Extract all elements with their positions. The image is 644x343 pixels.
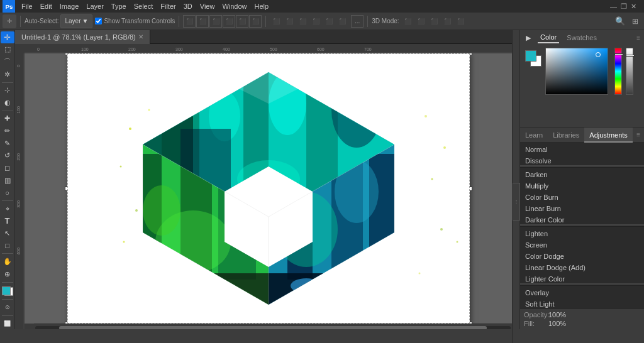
panel-layout-icon[interactable]: ⊞ xyxy=(629,15,641,28)
menu-edit[interactable]: Edit xyxy=(36,0,56,13)
tool-healing[interactable]: ✚ xyxy=(1,113,14,125)
fg-bg-swatches[interactable] xyxy=(525,50,541,67)
menu-select[interactable]: Select xyxy=(130,0,157,13)
3d-icon4[interactable]: ⬛ xyxy=(441,15,454,28)
tool-move[interactable]: ✛ xyxy=(1,31,14,43)
h-scrollbar-track[interactable] xyxy=(35,326,511,330)
blend-dissolve[interactable]: Dissolve xyxy=(520,154,644,165)
h-scrollbar-thumb[interactable] xyxy=(59,326,487,330)
adjustments-tab[interactable]: Adjustments xyxy=(584,128,633,143)
foreground-background-colors[interactable] xyxy=(1,285,14,297)
tool-gradient[interactable]: ▥ xyxy=(1,175,14,187)
tool-path-select[interactable]: ↖ xyxy=(1,227,14,239)
blend-color-dodge[interactable]: Color Dodge xyxy=(520,249,644,261)
horizontal-scrollbar[interactable] xyxy=(34,324,512,329)
libraries-tab[interactable]: Libraries xyxy=(548,128,584,143)
blend-linear-dodge[interactable]: Linear Dodge (Add) xyxy=(520,261,644,272)
align-top-icon[interactable]: ⬛ xyxy=(223,15,235,28)
auto-select-dropdown[interactable]: Layer ▼ xyxy=(60,14,92,28)
3d-icon5[interactable]: ⬛ xyxy=(455,15,467,28)
maximize-btn[interactable]: ❒ xyxy=(621,3,627,11)
dist2-icon[interactable]: ⬛ xyxy=(283,15,296,28)
adj-panel-menu-icon[interactable]: ≡ xyxy=(633,131,644,138)
3d-icon3[interactable]: ⬛ xyxy=(428,15,441,28)
menu-window[interactable]: Window xyxy=(218,0,250,13)
dist3-icon[interactable]: ⬛ xyxy=(296,15,309,28)
opacity-strip[interactable] xyxy=(626,48,633,95)
tool-quickmask[interactable]: ⊙ xyxy=(1,302,14,313)
blend-mode-list[interactable]: Normal Dissolve Darken Multiply Color Bu… xyxy=(520,143,644,308)
menu-filter[interactable]: Filter xyxy=(157,0,179,13)
color-picker-handle[interactable] xyxy=(596,52,601,57)
menu-help[interactable]: Help xyxy=(251,0,273,13)
3d-icon2[interactable]: ⬛ xyxy=(415,15,428,28)
tool-crop[interactable]: ⊹ xyxy=(1,84,14,96)
hue-strip[interactable] xyxy=(614,48,622,95)
dist4-icon[interactable]: ⬛ xyxy=(309,15,322,28)
blend-linear-burn[interactable]: Linear Burn xyxy=(520,202,644,213)
tool-shape[interactable]: □ xyxy=(1,240,14,252)
tab-close-btn[interactable]: ✕ xyxy=(138,33,143,40)
tool-lasso[interactable]: ⌒ xyxy=(1,56,14,68)
tool-eyedropper[interactable]: ◐ xyxy=(1,97,14,109)
align-left-icon[interactable]: ⬛ xyxy=(183,15,196,28)
tool-eraser[interactable]: ◻ xyxy=(1,162,14,174)
blend-darken[interactable]: Darken xyxy=(520,168,644,179)
swatches-tab[interactable]: Swatches xyxy=(564,33,599,43)
hue-strip-handle[interactable] xyxy=(614,53,623,55)
tool-marquee[interactable]: ⬚ xyxy=(1,44,14,56)
blend-overlay[interactable]: Overlay xyxy=(520,286,644,297)
color-gradient-container[interactable] xyxy=(545,48,608,96)
blend-color-burn[interactable]: Color Burn xyxy=(520,190,644,202)
menu-layer[interactable]: Layer xyxy=(82,0,108,13)
tool-stamp[interactable]: ✎ xyxy=(1,138,14,150)
close-btn[interactable]: ✕ xyxy=(631,3,636,11)
menu-type[interactable]: Type xyxy=(108,0,130,13)
canvas-viewport[interactable] xyxy=(25,53,512,324)
tool-hand[interactable]: ✋ xyxy=(1,256,14,268)
tool-screen-mode[interactable]: ⬜ xyxy=(1,317,14,329)
menu-image[interactable]: Image xyxy=(56,0,83,13)
tool-history[interactable]: ↺ xyxy=(1,150,14,161)
blend-normal[interactable]: Normal xyxy=(520,143,644,154)
menu-file[interactable]: File xyxy=(18,0,36,13)
blend-lighter-color[interactable]: Lighter Color xyxy=(520,272,644,283)
dist5-icon[interactable]: ⬛ xyxy=(323,15,335,28)
opacity-handle[interactable] xyxy=(626,55,635,57)
learn-tab[interactable]: Learn xyxy=(520,128,548,143)
opacity-value[interactable]: 100% xyxy=(548,311,566,318)
tool-zoom[interactable]: ⊕ xyxy=(1,268,14,280)
dist1-icon[interactable]: ⬛ xyxy=(270,15,282,28)
more-options-icon[interactable]: ... xyxy=(351,15,364,28)
3d-icon1[interactable]: ⬛ xyxy=(402,15,414,28)
align-center-h-icon[interactable]: ⬛ xyxy=(196,15,209,28)
blend-soft-light[interactable]: Soft Light xyxy=(520,297,644,308)
color-panel-menu-icon[interactable]: ≡ xyxy=(636,35,640,41)
show-transform-checkbox[interactable] xyxy=(95,18,102,24)
document-tab[interactable]: Untitled-1 @ 78.1% (Layer 1, RGB/8) ✕ xyxy=(15,30,150,44)
tool-pen[interactable]: ⌖ xyxy=(1,203,14,215)
fg-swatch[interactable] xyxy=(525,50,536,62)
align-right-icon[interactable]: ⬛ xyxy=(209,15,222,28)
tool-dodge[interactable]: ○ xyxy=(1,187,14,199)
align-bottom-icon[interactable]: ⬛ xyxy=(249,15,262,28)
fill-value[interactable]: 100% xyxy=(548,320,566,327)
dist6-icon[interactable]: ⬛ xyxy=(336,15,348,28)
search-icon[interactable]: 🔍 xyxy=(614,15,626,28)
menu-view[interactable]: View xyxy=(196,0,219,13)
menu-3d[interactable]: 3D xyxy=(180,0,196,13)
align-center-v-icon[interactable]: ⬛ xyxy=(236,15,248,28)
blend-darker-color[interactable]: Darker Color xyxy=(520,213,644,224)
tool-text[interactable]: T xyxy=(1,215,14,227)
color-gradient[interactable] xyxy=(545,48,608,95)
play-icon[interactable]: ▶ xyxy=(524,33,533,42)
blend-lighten[interactable]: Lighten xyxy=(520,227,644,238)
blend-multiply[interactable]: Multiply xyxy=(520,179,644,190)
tool-wand[interactable]: ✲ xyxy=(1,68,14,80)
tool-brush[interactable]: ✏ xyxy=(1,125,14,137)
panel-icon-set[interactable]: ⋮ xyxy=(513,183,520,220)
foreground-color-swatch[interactable] xyxy=(2,286,11,295)
color-tab[interactable]: Color xyxy=(538,32,559,43)
blend-screen[interactable]: Screen xyxy=(520,238,644,249)
minimize-btn[interactable]: — xyxy=(610,3,617,11)
